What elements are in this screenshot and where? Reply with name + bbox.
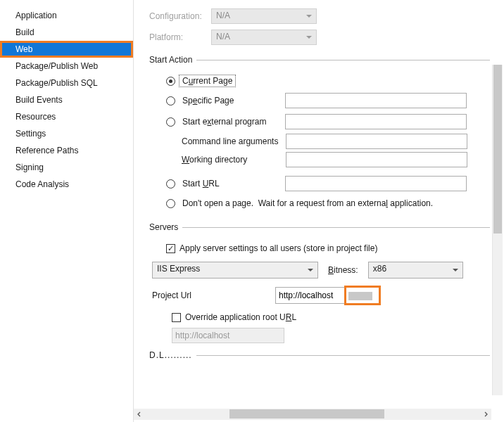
sidebar-item-web[interactable]: Web bbox=[0, 41, 133, 58]
radio-start-url[interactable] bbox=[166, 179, 175, 188]
chevron-left-icon bbox=[137, 411, 142, 417]
radio-dont-open[interactable] bbox=[166, 199, 175, 208]
sidebar-item-settings[interactable]: Settings bbox=[0, 125, 133, 142]
radio-current-page-label: Current Page bbox=[179, 75, 235, 87]
chevron-right-icon bbox=[483, 411, 489, 417]
horizontal-scroll-thumb[interactable] bbox=[229, 409, 384, 418]
external-program-input[interactable] bbox=[285, 114, 467, 129]
scroll-right-button[interactable] bbox=[480, 409, 491, 420]
working-dir-label: Working directory bbox=[182, 155, 286, 165]
debuggers-group: D.L......... bbox=[149, 350, 490, 360]
radio-start-url-label: Start URL bbox=[179, 178, 285, 189]
apply-all-label: Apply server settings to all users (stor… bbox=[179, 243, 377, 253]
sidebar-item-signing[interactable]: Signing bbox=[0, 159, 133, 176]
radio-dont-open-label: Don't open a page. Wait for a request fr… bbox=[179, 198, 436, 209]
horizontal-scrollbar[interactable] bbox=[134, 409, 491, 420]
start-action-title: Start Action bbox=[149, 55, 196, 65]
sidebar-item-package-publish-sql[interactable]: Package/Publish SQL bbox=[0, 75, 133, 91]
radio-start-external-label: Start external program bbox=[179, 116, 285, 127]
override-label: Override application root URL bbox=[185, 312, 296, 322]
platform-label: Platform: bbox=[149, 32, 211, 42]
server-type-select[interactable]: IIS Express bbox=[152, 262, 318, 279]
project-url-input[interactable] bbox=[275, 287, 379, 304]
main-panel: Configuration: N/A Platform: N/A Start A… bbox=[134, 0, 504, 422]
start-url-input[interactable] bbox=[285, 176, 467, 191]
sidebar-item-code-analysis[interactable]: Code Analysis bbox=[0, 176, 133, 193]
cmd-args-input[interactable] bbox=[286, 134, 467, 149]
scroll-track[interactable] bbox=[145, 409, 480, 420]
servers-group: Servers ✓ Apply server settings to all u… bbox=[149, 222, 490, 343]
vertical-scroll-thumb[interactable] bbox=[493, 65, 502, 234]
specific-page-input[interactable] bbox=[285, 93, 467, 108]
debuggers-title: D.L......... bbox=[149, 350, 196, 360]
servers-title: Servers bbox=[149, 222, 182, 232]
configuration-select: N/A bbox=[211, 8, 317, 24]
bitness-select[interactable]: x86 bbox=[368, 262, 463, 279]
sidebar-item-resources[interactable]: Resources bbox=[0, 108, 133, 125]
working-dir-input[interactable] bbox=[286, 152, 467, 167]
radio-specific-page-label: Specific Page bbox=[179, 95, 285, 106]
project-url-label: Project Url bbox=[152, 290, 275, 300]
sidebar-item-application[interactable]: Application bbox=[0, 7, 133, 24]
sidebar-item-build-events[interactable]: Build Events bbox=[0, 91, 133, 108]
radio-current-page[interactable] bbox=[166, 77, 175, 86]
apply-all-checkbox[interactable]: ✓ bbox=[166, 244, 175, 253]
divider bbox=[196, 355, 490, 356]
sidebar-item-reference-paths[interactable]: Reference Paths bbox=[0, 142, 133, 159]
platform-select: N/A bbox=[211, 30, 317, 45]
override-url-input bbox=[172, 328, 284, 343]
sidebar-item-package-publish-web[interactable]: Package/Publish Web bbox=[0, 58, 133, 75]
cmd-args-label: Command line arguments bbox=[182, 136, 286, 146]
radio-start-external[interactable] bbox=[166, 117, 175, 127]
scroll-left-button[interactable] bbox=[134, 409, 145, 420]
configuration-label: Configuration: bbox=[149, 11, 211, 21]
divider bbox=[182, 227, 490, 228]
divider bbox=[196, 60, 490, 60]
sidebar: Application Build Web Package/Publish We… bbox=[0, 0, 134, 422]
vertical-scrollbar[interactable] bbox=[492, 65, 503, 395]
start-action-group: Start Action Current Page Specific Page … bbox=[149, 55, 490, 212]
sidebar-item-build[interactable]: Build bbox=[0, 24, 133, 41]
radio-specific-page[interactable] bbox=[166, 96, 175, 106]
bitness-label: Bitness: bbox=[328, 265, 358, 275]
override-checkbox[interactable] bbox=[172, 313, 181, 322]
